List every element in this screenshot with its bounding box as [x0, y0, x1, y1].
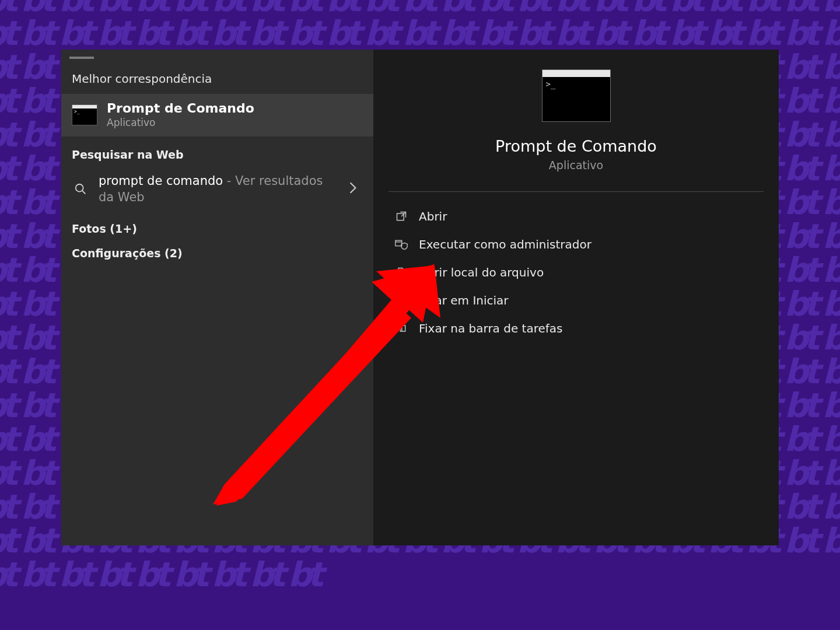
best-match-subtitle: Aplicativo: [107, 117, 254, 128]
photos-category[interactable]: Fotos (1+): [61, 212, 373, 239]
preview-title: Prompt de Comando: [495, 137, 657, 155]
pin-icon: [394, 295, 408, 306]
web-search-result[interactable]: prompt de comando - Ver resultados da We…: [61, 167, 373, 212]
preview-subtitle: Aplicativo: [549, 159, 603, 172]
action-open-label: Abrir: [419, 209, 447, 223]
best-match-title: Prompt de Comando: [107, 101, 254, 116]
svg-point-0: [76, 184, 83, 192]
action-pin-start-label: Fixar em Iniciar: [419, 293, 509, 307]
action-open-location-label: Abrir local do arquivo: [419, 265, 544, 279]
cmd-icon: [72, 104, 97, 125]
best-match-text: Prompt de Comando Aplicativo: [107, 101, 254, 128]
preview-panel: Prompt de Comando Aplicativo Abrir: [373, 50, 779, 545]
action-open-location[interactable]: Abrir local do arquivo: [373, 258, 779, 286]
best-match-header: Melhor correspondência: [61, 67, 373, 94]
action-run-admin-label: Executar como administrador: [419, 237, 592, 251]
action-open[interactable]: Abrir: [373, 202, 779, 230]
web-search-text: prompt de comando - Ver resultados da We…: [99, 173, 340, 206]
svg-rect-7: [400, 298, 405, 303]
action-pin-taskbar-label: Fixar na barra de tarefas: [419, 321, 562, 335]
start-search-window: Melhor correspondência Prompt de Comando…: [61, 50, 779, 545]
best-match-result[interactable]: Prompt de Comando Aplicativo: [61, 94, 373, 136]
pin-icon: [394, 323, 408, 334]
recent-apps-handle: [69, 57, 94, 59]
search-icon: [72, 183, 89, 195]
web-search-query: prompt de comando: [99, 174, 223, 188]
preview-actions-list: Abrir Executar como administrador Abr: [373, 198, 779, 347]
search-results-panel: Melhor correspondência Prompt de Comando…: [61, 50, 373, 545]
preview-hero: Prompt de Comando Aplicativo: [373, 69, 779, 187]
folder-location-icon: [394, 267, 408, 278]
action-pin-taskbar[interactable]: Fixar na barra de tarefas: [373, 314, 779, 342]
search-web-header: Pesquisar na Web: [61, 136, 373, 167]
cmd-icon-large: [542, 69, 611, 122]
settings-category[interactable]: Configurações (2): [61, 239, 373, 263]
chevron-right-icon: [349, 181, 363, 197]
admin-shield-icon: [394, 239, 408, 250]
svg-line-1: [82, 191, 85, 194]
svg-rect-10: [400, 326, 405, 331]
action-pin-start[interactable]: Fixar em Iniciar: [373, 286, 779, 314]
action-run-admin[interactable]: Executar como administrador: [373, 230, 779, 258]
divider: [388, 191, 764, 192]
svg-rect-4: [396, 240, 402, 246]
open-icon: [394, 211, 408, 222]
